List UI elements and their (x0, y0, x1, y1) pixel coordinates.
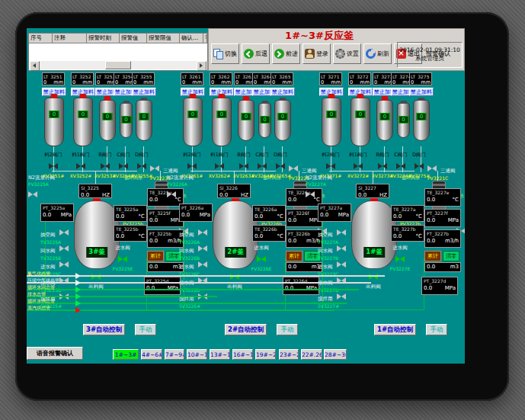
water-valve[interactable]: 进水阀 FV3225E (106, 245, 139, 271)
three-way-valve[interactable]: 三通阀 PV3221C (427, 161, 464, 181)
reactor-range-button[interactable]: 10#~12# (187, 349, 207, 360)
side-valve[interactable]: 回水阀 TV3227B (318, 241, 354, 257)
valve-tag: XV3262# (206, 173, 232, 178)
instrument-value: 0 (321, 79, 324, 85)
condenser-inlet-label: 循环回水 (402, 175, 420, 181)
level-indicator: 0 (188, 111, 198, 118)
tank-cap (400, 101, 407, 104)
instrument-tag: LT_3252 (72, 73, 93, 79)
reactor-range-button[interactable]: 23#~25# (279, 349, 299, 360)
system-info: 2016-02-01 09:31:10 系统管理员 (397, 42, 463, 68)
flow-arrow-icon (75, 280, 81, 286)
valve-icon (49, 163, 58, 170)
feed-inhibit-button[interactable]: 禁止加料 (132, 88, 156, 96)
manual-button[interactable]: 手动 (135, 324, 156, 335)
hopper-tank: 0 (274, 100, 291, 141)
forward-icon (274, 49, 284, 59)
reactor-range-button[interactable]: 28#~30# (324, 349, 347, 360)
totalizer-clear-button[interactable]: 清零 (443, 251, 459, 261)
side-valve[interactable]: 进水阀 TV3227C (318, 257, 354, 273)
valve-label: 抽空阀 (40, 232, 56, 238)
reactor-range-bar: 1#~3#4#~6#7#~9#10#~12#13#~15#16#~18#19#~… (27, 349, 465, 361)
toolbar-button[interactable]: 前进 (272, 43, 300, 64)
reactor-range-button[interactable]: 22#.26#.27# (301, 349, 322, 360)
instrument-unit: MPa (200, 211, 210, 219)
side-valve[interactable]: 抽空阀 TV3225A (40, 225, 77, 241)
toolbar-button[interactable]: 切换 (211, 43, 239, 64)
side-valve[interactable]: 回水阀 TV3226B (179, 241, 216, 257)
instrument-value: 0 (97, 79, 100, 85)
valve-icon (306, 191, 315, 198)
level-indicator: 0 (103, 113, 113, 120)
toolbar-button[interactable]: 刷新 (363, 43, 392, 64)
alarm-table-header-cell: 报警时刻 (87, 34, 120, 43)
level-indicator: 0 (399, 116, 408, 123)
instrument-unit: mm (282, 79, 292, 85)
n2-flow-valve[interactable]: N2流量计阀 FV3226A (167, 175, 200, 201)
valve-label: 回水阀 (40, 248, 56, 254)
instrument-value: 0.0 (427, 216, 435, 224)
scroll-right-icon[interactable] (197, 61, 206, 71)
n2-flow-valve[interactable]: N2流量计阀 FV3225A (28, 175, 62, 201)
water-valve[interactable]: 进水阀 FV3226E (245, 245, 278, 271)
side-valve[interactable]: 抽空阀 TV3226A (179, 225, 216, 241)
instrument-unit: °C (277, 213, 283, 220)
feed-inhibit-button[interactable]: 禁止加料 (271, 88, 295, 96)
reactor-range-button[interactable]: 1#~3# (113, 349, 139, 360)
instrument-unit: MPa (448, 216, 459, 224)
instrument-value: 0 (211, 79, 214, 85)
reactor-range-button[interactable]: 7#~9# (165, 349, 184, 360)
tank-cap (190, 94, 197, 98)
scrollbar-track[interactable] (40, 61, 197, 69)
valve-label: 三通阀 (163, 168, 178, 174)
water-valve[interactable]: 进水阀 FV3227E (383, 245, 417, 271)
hopper-unit: LT_3262 0 mm 禁止加料 0 (210, 72, 235, 85)
valve-label: D阀门 (267, 152, 293, 159)
reactor-range-button[interactable]: 4#~6# (141, 349, 162, 360)
instrument-value: 0.0 (393, 232, 402, 240)
valve-label: 进水阀 (383, 245, 417, 252)
side-valve[interactable]: 抽空阀 TV3227A (318, 225, 354, 241)
toolbar-button[interactable]: 登录 (303, 43, 331, 64)
instrument-tag: TE_3225b (114, 226, 146, 232)
totalizer-accumulate-button[interactable]: 累计 (147, 251, 164, 261)
reactor-range-button[interactable]: 16#~18# (232, 349, 253, 360)
current-user: 系统管理员 (398, 54, 462, 63)
valve-label: 抽空阀 (179, 232, 194, 238)
side-valve[interactable]: 进水阀 TV3226C (179, 257, 216, 273)
scroll-left-icon[interactable] (30, 61, 40, 71)
instrument-value: 0.0 (288, 237, 296, 245)
instrument-value: 0.0 (219, 191, 228, 198)
auto-control-button[interactable]: 3#自动控制 (83, 324, 125, 335)
reactor-range-button[interactable]: 19#~21# (255, 349, 276, 360)
feed-inhibit-button[interactable]: 禁止加料 (409, 88, 434, 96)
valve-icon (198, 245, 207, 252)
valve-tag: PV3221C (427, 175, 464, 181)
alarm-table-scrollbar[interactable] (30, 61, 206, 69)
toolbar-button[interactable]: 后退 (242, 43, 270, 64)
totalizer-accumulate-button[interactable]: 累计 (286, 251, 303, 261)
feed-valve[interactable]: 料1阀门 XV3272# (345, 152, 371, 178)
instrument-display: PT_3226f 0.0 MPa (286, 209, 322, 227)
instrument-value: 0 (72, 79, 75, 85)
auto-control-button[interactable]: 1#自动控制 (374, 324, 416, 335)
alarm-table-header: 序号注释报警时刻报警值报警限值确认...等级 (29, 34, 207, 43)
side-valve[interactable]: 回水阀 TV3225B (40, 241, 77, 257)
reactor-label: 2#釜 (225, 247, 246, 258)
hopper-tank: 0 (413, 100, 430, 141)
instrument-tag: PT_3227f (425, 210, 460, 216)
instrument-unit: mm (53, 79, 63, 85)
reactor-range-button[interactable]: 13#~15# (210, 349, 230, 360)
auto-control-button[interactable]: 2#自动控制 (225, 324, 267, 335)
tank-cap (261, 101, 268, 104)
hopper-tank: 0 (258, 103, 271, 138)
feed-valve[interactable]: 料1阀门 XV3262# (206, 152, 232, 178)
manual-button[interactable]: 手动 (426, 324, 447, 335)
valve-icon (28, 191, 37, 198)
totalizer-accumulate-button[interactable]: 累计 (424, 251, 441, 261)
manual-button[interactable]: 手动 (277, 324, 298, 335)
toolbar-button[interactable]: 设置 (333, 43, 361, 64)
scrollbar-thumb[interactable] (105, 61, 131, 69)
n2-flow-valve[interactable]: N2流量计阀 FV3227A (306, 175, 339, 201)
feed-valve[interactable]: 料1阀门 XV3252# (68, 152, 94, 178)
